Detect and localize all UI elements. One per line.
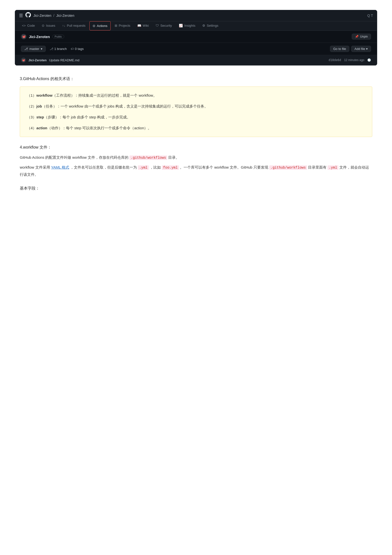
tab-pullrequests[interactable]: ↑↓ Pull requests	[59, 21, 88, 30]
branch-count-link[interactable]: 1 branch	[54, 47, 67, 51]
github-topbar: ☰ Jici-Zeroten / Jici-Zeroten Q T	[15, 10, 377, 21]
tag-count-item: 🏷 0 tags	[71, 47, 83, 51]
github-ui-container: ☰ Jici-Zeroten / Jici-Zeroten Q T <> Cod…	[15, 10, 377, 66]
topbar-search[interactable]: Q T	[367, 14, 373, 18]
tab-security-label: Security	[160, 24, 172, 27]
commit-info: 🐙 Jici-Zeroten Update README.md	[21, 58, 80, 63]
github-navtabs: <> Code ⊙ Issues ↑↓ Pull requests ⊙ Acti…	[15, 21, 377, 31]
para2-before: workflow 文件采用	[20, 165, 50, 169]
unpin-button[interactable]: 📌 Unpin	[352, 34, 371, 40]
branch-chevron-icon: ▾	[41, 47, 42, 51]
job-prefix: （2）	[27, 104, 36, 108]
branch-dropdown[interactable]: ⎇ master ▾	[21, 46, 46, 52]
branch-count-item: ⎇ 1 branch	[50, 47, 67, 51]
security-icon: 🛡	[156, 24, 159, 27]
issues-icon: ⊙	[42, 24, 44, 27]
workflow-parens: （工作流程）	[52, 93, 75, 97]
tab-insights[interactable]: 📈 Insights	[176, 21, 198, 30]
content-section: 3.GitHub Actions 的相关术语： （1）workflow（工作流程…	[15, 75, 377, 192]
wiki-icon: 📖	[137, 24, 141, 27]
yml-ext-code: .yml	[138, 165, 149, 170]
section4-heading: 4.workflow 文件：	[20, 144, 372, 151]
para1-after: 目录。	[168, 155, 179, 159]
job-term: job	[36, 104, 42, 108]
stats-bar: ⎇ master ▾ ⎇ 1 branch 🏷 0 tags Go to fil…	[15, 43, 377, 55]
tab-actions[interactable]: ⊙ Actions	[89, 21, 111, 30]
tab-pullrequests-label: Pull requests	[67, 24, 85, 27]
terminology-note-box: （1）workflow（工作流程）：持续集成一次运行的过程，就是一个 workf…	[20, 87, 372, 137]
commit-row: 🐙 Jici-Zeroten Update README.md d18de6d …	[15, 55, 377, 65]
actions-icon: ⊙	[93, 24, 95, 28]
github-logo-icon	[25, 12, 31, 19]
step-desc: ：每个 job 由多个 step 构成，一步步完成。	[59, 115, 130, 119]
repo-header: 🐙 Jici-Zeroten Public 📌 Unpin	[15, 31, 377, 43]
breadcrumb: Jici-Zeroten / Jici-Zeroten	[33, 14, 74, 18]
branch-count-icon: ⎇	[50, 47, 53, 51]
action-term: action	[36, 126, 47, 130]
branch-name: master	[29, 47, 39, 51]
tab-wiki[interactable]: 📖 Wiki	[134, 21, 152, 30]
workflow-prefix: （1）	[27, 93, 36, 97]
insights-icon: 📈	[179, 24, 183, 27]
tab-issues[interactable]: ⊙ Issues	[39, 21, 58, 30]
breadcrumb-repo[interactable]: Jici-Zeroten	[56, 14, 74, 18]
tab-projects[interactable]: ⊞ Projects	[112, 21, 133, 30]
step-item: （3）step（步骤）：每个 job 由多个 step 构成，一步步完成。	[27, 113, 365, 121]
goto-file-button[interactable]: Go to file	[330, 46, 349, 52]
settings-icon: ⚙	[202, 24, 205, 27]
workflow-desc: ：持续集成一次运行的过程，就是一个 workflow。	[75, 93, 157, 97]
commit-author: Jici-Zeroten	[28, 58, 47, 62]
tab-settings[interactable]: ⚙ Settings	[199, 21, 221, 30]
para2-mid1: ，文件名可以任意取，但是后缀名统一为	[70, 165, 137, 169]
commit-time: 12 minutes ago	[344, 58, 364, 62]
tab-settings-label: Settings	[207, 24, 218, 27]
github-workflows-code-1: .github/workflows	[129, 155, 167, 160]
workflow-item: （1）workflow（工作流程）：持续集成一次运行的过程，就是一个 workf…	[27, 92, 365, 99]
pr-icon: ↑↓	[62, 24, 65, 27]
unpin-icon: 📌	[355, 35, 359, 38]
tab-code[interactable]: <> Code	[19, 21, 38, 30]
action-prefix: （4）	[27, 126, 36, 130]
step-parens: （步骤）	[44, 115, 59, 119]
job-parens: （任务）	[42, 104, 57, 108]
yaml-format-link[interactable]: YAML 格式	[51, 165, 69, 169]
para2-mid4: 目录里面有	[308, 165, 327, 169]
commit-right: d18de6d 12 minutes ago 🕐	[329, 58, 371, 62]
para2-mid3: 。一个库可以有多个 workflow 文件。GitHub 只要发现	[180, 165, 268, 169]
yml-ext-code-2: .yml	[328, 165, 338, 170]
branch-icon: ⎇	[24, 47, 28, 51]
section5-heading: 基本字段：	[20, 185, 372, 192]
commit-avatar: 🐙	[21, 58, 26, 63]
tab-issues-label: Issues	[46, 24, 55, 27]
projects-icon: ⊞	[115, 24, 117, 27]
add-file-chevron-icon: ▾	[366, 47, 368, 51]
section3-heading: 3.GitHub Actions 的相关术语：	[20, 75, 372, 83]
stats-right: Go to file Add file ▾	[330, 46, 371, 52]
commit-message: Update README.md	[49, 58, 80, 62]
step-prefix: （3）	[27, 115, 36, 119]
tab-code-label: Code	[27, 24, 35, 27]
job-item: （2）job（任务）：一个 workflow 由一个或多个 jobs 构成，含义…	[27, 103, 365, 110]
hamburger-icon[interactable]: ☰	[19, 13, 23, 18]
tab-security[interactable]: 🛡 Security	[153, 21, 175, 30]
commit-hash: d18de6d	[329, 58, 341, 62]
code-icon: <>	[22, 24, 26, 27]
tag-count-link[interactable]: 0 tags	[75, 47, 83, 51]
foo-yml-code: foo.yml	[162, 165, 179, 170]
repo-owner-avatar: 🐙	[21, 34, 26, 39]
stats-left: ⎇ master ▾ ⎇ 1 branch 🏷 0 tags	[21, 46, 84, 52]
tab-insights-label: Insights	[184, 24, 195, 27]
breadcrumb-separator: /	[53, 14, 55, 18]
breadcrumb-user[interactable]: Jici-Zeroten	[33, 14, 51, 18]
commit-history-icon[interactable]: 🕐	[367, 58, 371, 62]
workflow-file-para1: GitHub Actions 的配置文件叫做 workflow 文件，存放在代码…	[20, 154, 372, 161]
add-file-button[interactable]: Add file ▾	[351, 46, 371, 52]
tag-icon: 🏷	[71, 47, 74, 51]
action-parens: （动作）	[47, 126, 62, 130]
action-desc: ：每个 step 可以依次执行一个或多个命令（action）。	[62, 126, 152, 130]
repo-info: 🐙 Jici-Zeroten Public	[21, 34, 64, 39]
tab-wiki-label: Wiki	[143, 24, 149, 27]
tab-actions-label: Actions	[97, 24, 107, 28]
unpin-label: Unpin	[360, 35, 368, 38]
workflow-term: workflow	[36, 93, 52, 97]
